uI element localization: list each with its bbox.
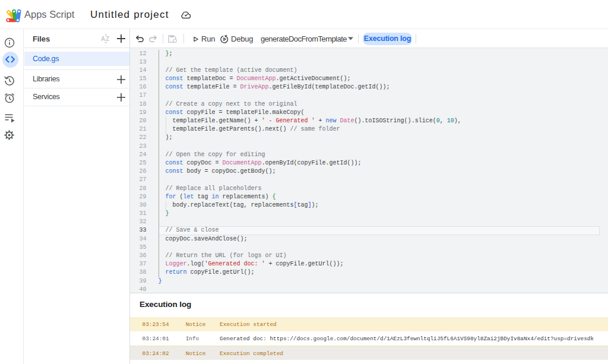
svg-text:Z: Z (106, 36, 109, 42)
svg-text:A: A (101, 36, 105, 42)
